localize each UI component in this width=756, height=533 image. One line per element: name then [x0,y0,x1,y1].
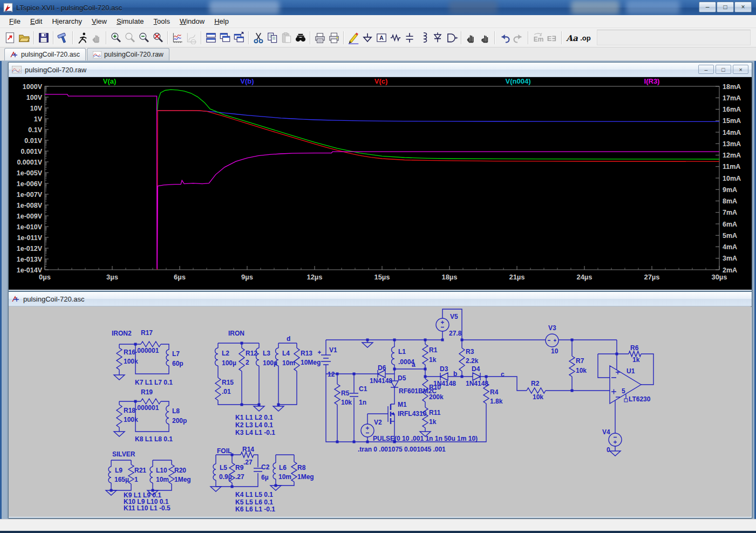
waveform-window-icon [12,66,22,73]
toolbar-separator [201,31,202,44]
schematic-label: d [287,335,290,343]
tab-waveform[interactable]: pulsingCoil-720.raw [87,48,169,60]
save-button[interactable] [37,31,51,45]
menu-help[interactable]: Help [209,16,234,27]
schematic-label: K4 L1 L5 0.1 [235,491,273,498]
node-junction [461,375,464,378]
label-net-button[interactable]: A [374,31,389,45]
schematic-canvas[interactable]: IRON2R17.000001R16100kL760pK7 L1 L7 0.1R… [9,306,752,517]
schematic-label: D3 [440,365,448,373]
schematic-label: 6µ [261,474,269,481]
wire-button[interactable] [346,31,360,45]
schematic-drawing[interactable]: IRON2R17.000001R16100kL760pK7 L1 L7 0.1R… [9,306,751,517]
cut-button[interactable] [251,31,265,45]
x-tick-label: 15µs [374,273,390,281]
control-panel-button[interactable] [56,31,70,45]
y-left-tick-label: 1e-013V [17,256,43,263]
schematic-tab-icon [10,51,18,58]
schematic-label: 1N4148 [433,380,456,387]
toolbar-separator [248,31,249,44]
waveform-window-titlebar[interactable]: pulsingCoil-720.raw – □ × [9,63,752,77]
halt-button [90,31,104,45]
schematic-label: 27.8 [449,330,462,337]
new-schematic-button[interactable] [3,31,17,45]
autorange-y-button[interactable] [171,31,185,45]
capacitor-button[interactable] [403,31,417,45]
maximize-button[interactable]: □ [717,2,734,12]
schematic-label: R8 [297,464,306,472]
schematic-label: R16 [124,348,135,356]
menu-hierarchy[interactable]: Hierarchy [47,16,87,27]
cascade-windows-button[interactable] [218,31,232,45]
move-button[interactable] [464,31,478,45]
inductor-button[interactable] [417,31,431,45]
y-left-tick-label: 0.1V [28,126,42,134]
run-button[interactable] [76,31,90,45]
schematic-label: 1k [429,418,437,426]
menu-edit[interactable]: Edit [25,16,47,27]
menu-window[interactable]: Window [175,16,209,27]
schematic-label: 1k [632,356,640,364]
spice-directive-button[interactable]: .op [578,31,592,45]
menu-simulate[interactable]: Simulate [112,16,149,27]
schematic-label: R19 [141,388,153,396]
component-button[interactable] [445,31,459,45]
child-minimize-button[interactable]: – [698,65,714,74]
y-left-tick-label: 1e-009V [17,213,43,220]
schematic-label: IRON2 [112,330,132,337]
cut-icon [252,31,265,44]
ground-button[interactable] [360,31,374,45]
diode-button[interactable] [431,31,445,45]
zoom-full-extents-button[interactable] [151,31,165,45]
schematic-label: V4 [602,428,610,436]
child-restore-button[interactable]: □ [716,65,731,74]
close-button[interactable]: × [734,2,752,12]
zoom-out-button[interactable] [137,31,151,45]
schematic-label: 10 [551,347,559,355]
node-junction [571,339,574,341]
waveform-plot[interactable]: 1000V100V10V1V0.1V0.01V0.001V0.0001V1e-0… [9,77,751,290]
inductor-icon [417,31,430,44]
schematic-label: 1Meg [297,473,314,481]
node-junction [231,486,234,488]
undo-button[interactable] [498,31,512,45]
ground-icon [361,31,374,44]
y-left-tick-label: 0.001V [21,148,42,155]
tile-windows-button[interactable] [204,31,218,45]
resistor-button[interactable] [389,31,403,45]
schematic-label: R11 [429,409,441,416]
plot-settings-icon [185,31,198,44]
window-arrange-button[interactable] [232,31,246,45]
aero-glass-artifact [449,1,498,14]
copy-button[interactable] [265,31,280,45]
svg-text:Em: Em [534,36,544,43]
menu-tools[interactable]: Tools [149,16,175,27]
titlebar[interactable]: LTspice XVII - pulsingCoil-720.asc – □ × [0,0,756,15]
text-tool-button[interactable]: Aa [564,31,578,45]
mirror-button: E∃ [545,31,559,45]
schematic-window-titlebar[interactable]: pulsingCoil-720.asc – □ × [9,292,752,306]
print-preview-button[interactable] [313,31,327,45]
waveform-plot-area[interactable]: 1000V100V10V1V0.1V0.01V0.001V0.0001V1e-0… [9,77,752,290]
schematic-label: 10m [282,359,295,367]
find-button[interactable] [294,31,308,45]
schematic-label: L5 [220,464,227,472]
schematic-label: K6 L6 L1 -0.1 [235,505,275,513]
minimize-button[interactable]: – [699,2,716,12]
diode-icon [431,31,444,44]
zoom-out-icon [138,31,151,44]
drag-button[interactable] [478,31,492,45]
zoom-in-button[interactable] [109,31,123,45]
schematic-label: 10m [278,473,291,481]
schematic-label: V3 [548,324,556,332]
child-close-button[interactable]: × [733,65,748,74]
node-junction [393,339,396,341]
open-button[interactable] [17,31,31,45]
menu-file[interactable]: File [4,16,25,27]
menu-view[interactable]: View [87,16,112,27]
schematic-label: 12 [328,371,335,378]
tab-schematic[interactable]: pulsingCoil-720.asc [4,48,86,60]
svg-text:A: A [379,34,384,40]
print-button[interactable] [327,31,341,45]
schematic-label: U1 [626,367,635,375]
